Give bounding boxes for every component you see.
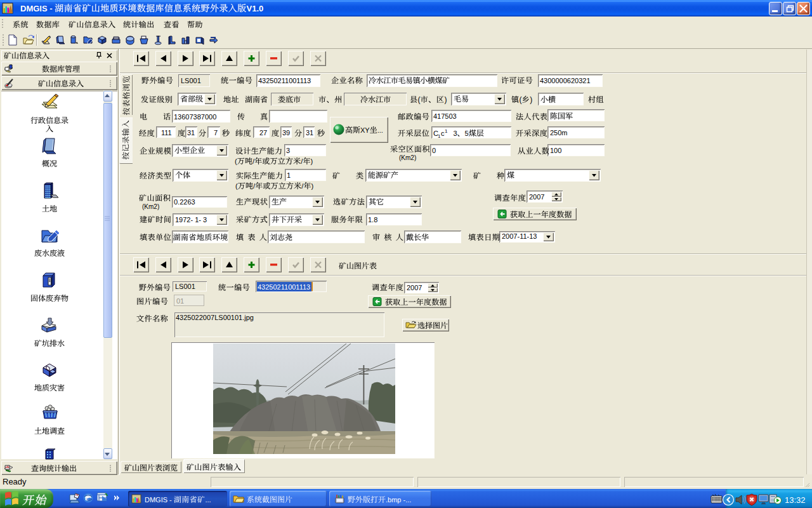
svg-text:4325022007LS00101.jpg: 4325022007LS00101.jpg: [176, 314, 254, 321]
svg-text:250m: 250m: [550, 129, 568, 137]
svg-text:(: (: [235, 182, 238, 190]
svg-text:7: 7: [214, 129, 218, 137]
svg-text:31: 31: [306, 129, 313, 137]
svg-text:/: /: [301, 182, 304, 190]
svg-text:/: /: [253, 182, 256, 190]
svg-text:13:32: 13:32: [785, 495, 806, 505]
svg-text:2007-11-13: 2007-11-13: [502, 232, 537, 240]
svg-text:3: 3: [286, 147, 290, 154]
svg-text:27: 27: [259, 129, 267, 137]
svg-text:2007: 2007: [407, 284, 422, 291]
svg-text:3: 3: [454, 130, 457, 137]
svg-text:LS001: LS001: [181, 77, 201, 84]
svg-text:Ready: Ready: [3, 477, 27, 486]
svg-text:1972- 1- 3: 1972- 1- 3: [175, 216, 207, 224]
svg-text:39: 39: [282, 129, 290, 137]
svg-text:0: 0: [432, 147, 436, 154]
svg-text:43250211001113: 43250211001113: [258, 283, 310, 291]
svg-text:LS001: LS001: [175, 283, 195, 290]
svg-text:13607387000: 13607387000: [174, 113, 216, 121]
svg-text:DMGIS -: DMGIS -: [20, 4, 55, 13]
svg-text:43250211001113: 43250211001113: [258, 77, 311, 84]
svg-text:): ): [444, 95, 447, 104]
svg-text:): ): [530, 95, 532, 104]
svg-text:e: e: [85, 493, 89, 502]
svg-text:4300000620321: 4300000620321: [540, 77, 591, 84]
svg-text:100: 100: [550, 147, 561, 154]
svg-text:XY: XY: [360, 126, 370, 134]
svg-text:/: /: [301, 157, 303, 165]
svg-text:417503: 417503: [433, 112, 457, 120]
svg-text:(: (: [520, 95, 522, 104]
svg-text:DMGIS -: DMGIS -: [145, 496, 174, 504]
svg-text:V1.0: V1.0: [247, 4, 264, 13]
svg-text:31: 31: [187, 129, 195, 137]
svg-text:111: 111: [161, 129, 172, 137]
svg-text:2007: 2007: [529, 193, 544, 201]
svg-text:(Km2): (Km2): [399, 154, 416, 161]
svg-text:(Km2): (Km2): [142, 203, 159, 210]
svg-text:.bmp -...: .bmp -...: [386, 496, 411, 504]
svg-text:5: 5: [465, 130, 469, 137]
svg-text:1.8: 1.8: [368, 216, 377, 224]
svg-text:01: 01: [176, 297, 184, 305]
svg-text:/: /: [252, 157, 255, 165]
svg-text:1: 1: [287, 171, 291, 179]
svg-text:(: (: [235, 157, 237, 165]
svg-text:(: (: [418, 95, 421, 104]
svg-text:...: ...: [205, 496, 211, 504]
svg-text:): ): [311, 182, 314, 190]
svg-text:1: 1: [445, 128, 448, 134]
svg-text:): ): [311, 157, 313, 165]
svg-text:...: ...: [377, 126, 383, 134]
svg-text:0.2263: 0.2263: [174, 198, 195, 206]
